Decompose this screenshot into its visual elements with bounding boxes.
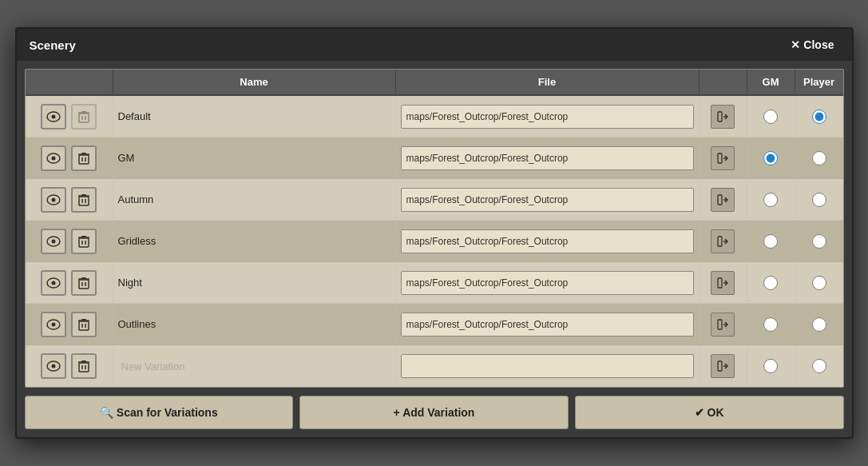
import-cell (700, 179, 747, 220)
gm-radio-cell (747, 304, 795, 345)
name-cell: Default (113, 96, 396, 137)
delete-button[interactable] (71, 145, 97, 171)
player-radio[interactable] (812, 276, 826, 290)
eye-button[interactable] (41, 145, 66, 171)
gm-radio[interactable] (763, 151, 778, 165)
new-variation-name-input[interactable] (118, 359, 390, 374)
actions-cell (26, 221, 113, 261)
player-radio-cell (795, 345, 843, 387)
import-cell (700, 345, 747, 387)
header-gm: GM (747, 70, 795, 94)
svg-rect-2 (79, 114, 89, 122)
gm-radio[interactable] (763, 234, 778, 249)
player-radio-cell (795, 96, 843, 137)
add-variation-button[interactable]: + Add Variation (299, 396, 569, 429)
svg-rect-38 (79, 280, 89, 289)
ok-button[interactable]: ✔ OK (575, 396, 844, 429)
table-row (26, 345, 843, 387)
header-file: File (396, 70, 700, 94)
svg-rect-7 (718, 112, 722, 121)
svg-rect-56 (79, 363, 89, 372)
scan-variations-button[interactable]: 🔍 Scan for Variations (25, 396, 294, 429)
import-button[interactable] (711, 188, 735, 212)
file-cell (396, 262, 700, 303)
svg-rect-43 (718, 278, 722, 288)
delete-button[interactable] (71, 187, 97, 213)
player-radio[interactable] (812, 234, 826, 249)
scenery-dialog: Scenery ✕ Close Name File GM Player Defa… (15, 27, 854, 439)
player-radio[interactable] (812, 193, 826, 207)
svg-rect-60 (81, 360, 86, 362)
actions-cell (26, 179, 113, 220)
svg-rect-11 (79, 155, 89, 164)
eye-button[interactable] (41, 353, 66, 379)
actions-cell (26, 345, 113, 387)
eye-button[interactable] (41, 270, 66, 296)
header-player: Player (795, 70, 843, 94)
file-cell (396, 179, 700, 220)
import-cell (700, 137, 747, 178)
file-path-input[interactable] (401, 229, 694, 253)
gm-radio[interactable] (763, 359, 778, 373)
gm-radio[interactable] (763, 193, 778, 207)
svg-rect-51 (81, 319, 86, 321)
close-button[interactable]: ✕ Close (786, 37, 838, 53)
eye-button[interactable] (41, 312, 66, 337)
file-path-input[interactable] (401, 105, 694, 129)
svg-point-46 (52, 322, 56, 326)
header-name: Name (113, 70, 396, 94)
svg-rect-29 (79, 238, 89, 247)
gm-radio[interactable] (763, 317, 778, 332)
player-radio[interactable] (812, 359, 826, 373)
svg-rect-25 (718, 195, 722, 205)
eye-button[interactable] (41, 187, 66, 213)
delete-button[interactable] (71, 312, 97, 337)
import-button[interactable] (711, 313, 735, 337)
svg-rect-52 (718, 320, 722, 329)
delete-button[interactable] (71, 229, 97, 254)
import-button[interactable] (711, 229, 735, 253)
table-row: GM (26, 137, 843, 179)
player-radio[interactable] (812, 151, 826, 165)
svg-rect-33 (81, 236, 86, 237)
import-button[interactable] (711, 271, 735, 295)
gm-radio[interactable] (763, 110, 778, 124)
import-button[interactable] (711, 146, 735, 170)
svg-rect-16 (718, 153, 722, 163)
gm-radio[interactable] (763, 276, 778, 290)
gm-radio-cell (747, 137, 795, 178)
import-button[interactable] (711, 354, 735, 378)
name-cell: GM (113, 137, 396, 178)
name-cell: Night (113, 262, 396, 303)
player-radio-cell (795, 262, 843, 303)
svg-rect-34 (718, 237, 722, 246)
eye-button[interactable] (41, 104, 66, 129)
file-cell (396, 221, 700, 261)
eye-button[interactable] (41, 229, 66, 254)
player-radio[interactable] (812, 317, 826, 332)
file-path-input[interactable] (401, 313, 694, 337)
svg-rect-15 (81, 153, 86, 154)
delete-button[interactable] (71, 353, 97, 379)
title-bar: Scenery ✕ Close (17, 29, 852, 61)
file-path-input[interactable] (401, 271, 694, 295)
table-row: Night (26, 262, 843, 304)
file-path-input[interactable] (401, 146, 694, 170)
gm-radio-cell (747, 179, 795, 220)
file-path-input[interactable] (401, 188, 694, 212)
header-import (700, 70, 747, 94)
table-row: Outlines (26, 304, 843, 345)
gm-radio-cell (747, 345, 795, 387)
scenery-table: Name File GM Player DefaultGMAutumnGridl… (25, 69, 844, 388)
actions-cell (26, 96, 113, 137)
file-cell (396, 304, 700, 345)
import-cell (700, 304, 747, 345)
player-radio[interactable] (812, 110, 826, 124)
delete-button[interactable] (71, 270, 97, 296)
dialog-title: Scenery (30, 38, 76, 52)
import-button[interactable] (711, 105, 735, 129)
player-radio-cell (795, 137, 843, 178)
file-path-input[interactable] (401, 354, 694, 378)
name-cell (113, 345, 396, 387)
gm-radio-cell (747, 221, 795, 261)
